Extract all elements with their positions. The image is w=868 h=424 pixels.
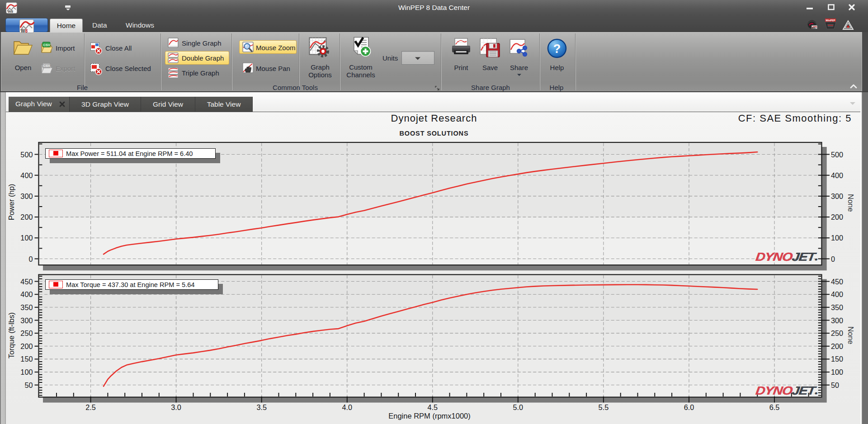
svg-text:150: 150 bbox=[20, 355, 33, 363]
svg-text:3.0: 3.0 bbox=[171, 403, 181, 411]
svg-text:50: 50 bbox=[831, 381, 839, 389]
svg-text:400: 400 bbox=[20, 171, 33, 179]
svg-text:6.0: 6.0 bbox=[684, 403, 694, 411]
svg-text:300: 300 bbox=[831, 192, 843, 200]
svg-text:300: 300 bbox=[831, 316, 843, 325]
svg-text:4.5: 4.5 bbox=[427, 403, 438, 411]
svg-text:100: 100 bbox=[20, 368, 33, 376]
svg-text:250: 250 bbox=[20, 329, 33, 337]
svg-text:3.5: 3.5 bbox=[256, 403, 267, 411]
svg-text:200: 200 bbox=[831, 213, 843, 221]
svg-text:400: 400 bbox=[831, 171, 843, 179]
svg-text:Engine RPM (rpmx1000): Engine RPM (rpmx1000) bbox=[388, 412, 471, 420]
svg-text:100: 100 bbox=[20, 234, 33, 242]
svg-text:250: 250 bbox=[831, 329, 843, 337]
svg-text:200: 200 bbox=[20, 342, 33, 350]
svg-text:100: 100 bbox=[831, 368, 843, 376]
svg-text:5.5: 5.5 bbox=[599, 403, 609, 411]
svg-text:0: 0 bbox=[28, 255, 33, 263]
svg-text:None: None bbox=[847, 326, 855, 344]
svg-text:100: 100 bbox=[831, 234, 843, 242]
svg-text:300: 300 bbox=[20, 192, 33, 200]
svg-text:2.5: 2.5 bbox=[85, 403, 96, 411]
svg-text:400: 400 bbox=[20, 290, 33, 298]
svg-text:450: 450 bbox=[20, 278, 33, 286]
svg-text:350: 350 bbox=[20, 303, 33, 311]
svg-text:Power (hp): Power (hp) bbox=[7, 184, 15, 221]
svg-text:400: 400 bbox=[831, 290, 843, 298]
svg-text:200: 200 bbox=[831, 342, 843, 350]
svg-text:0: 0 bbox=[831, 255, 835, 263]
svg-text:5.0: 5.0 bbox=[513, 403, 523, 411]
svg-text:4.0: 4.0 bbox=[342, 403, 352, 411]
svg-text:500: 500 bbox=[831, 151, 843, 159]
svg-text:300: 300 bbox=[20, 316, 33, 325]
svg-text:450: 450 bbox=[831, 278, 843, 286]
svg-text:None: None bbox=[847, 194, 855, 212]
svg-text:200: 200 bbox=[20, 213, 33, 221]
svg-text:500: 500 bbox=[20, 151, 33, 159]
svg-text:6.5: 6.5 bbox=[769, 403, 780, 411]
svg-text:350: 350 bbox=[831, 303, 843, 311]
svg-text:50: 50 bbox=[24, 381, 33, 389]
svg-text:Torque (ft-lbs): Torque (ft-lbs) bbox=[7, 312, 15, 358]
svg-text:150: 150 bbox=[831, 355, 843, 363]
